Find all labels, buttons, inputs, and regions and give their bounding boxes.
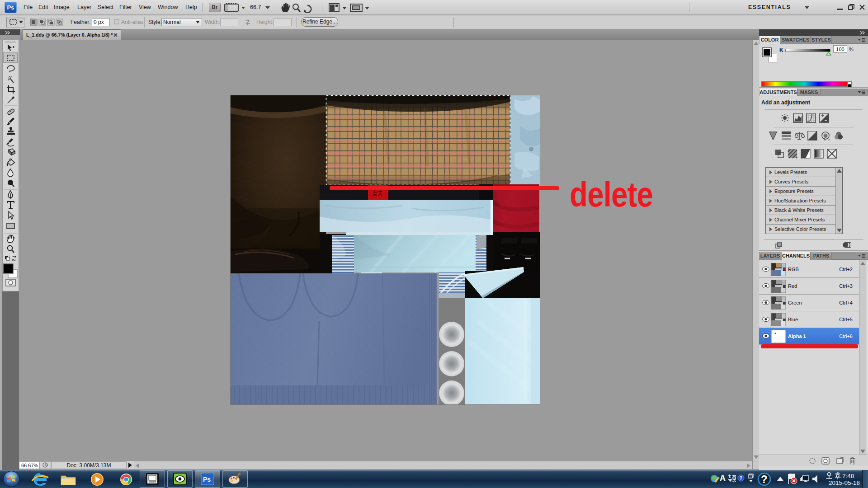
svg-text:?: ? <box>740 475 743 481</box>
svg-text:Ps: Ps <box>203 476 211 483</box>
svg-text:?: ? <box>761 473 768 485</box>
